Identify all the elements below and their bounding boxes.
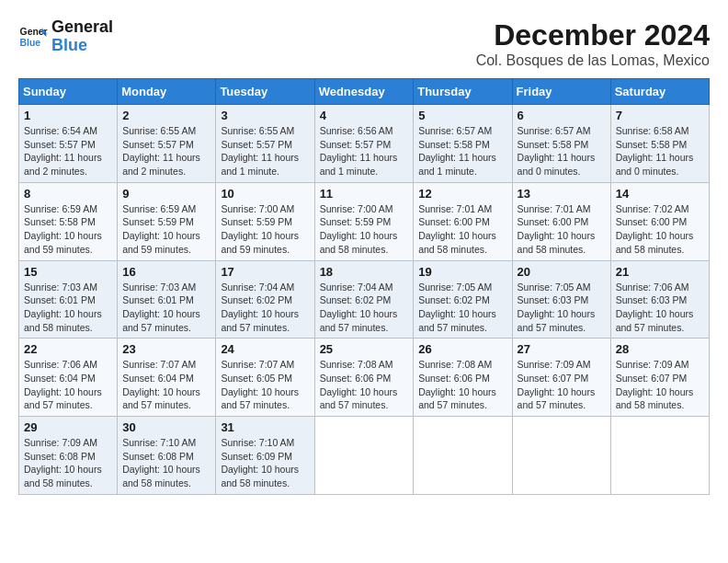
calendar-cell: 30Sunrise: 7:10 AM Sunset: 6:08 PM Dayli… [118, 417, 216, 495]
calendar-cell: 25Sunrise: 7:08 AM Sunset: 6:06 PM Dayli… [314, 339, 414, 417]
day-number: 9 [122, 187, 210, 201]
day-info: Sunrise: 7:03 AM Sunset: 6:01 PM Dayligh… [122, 281, 210, 335]
calendar-cell: 15Sunrise: 7:03 AM Sunset: 6:01 PM Dayli… [19, 260, 118, 339]
day-number: 18 [320, 265, 409, 279]
day-info: Sunrise: 6:55 AM Sunset: 5:57 PM Dayligh… [122, 124, 210, 178]
col-wednesday: Wednesday [314, 79, 414, 105]
day-info: Sunrise: 7:05 AM Sunset: 6:03 PM Dayligh… [518, 281, 606, 335]
day-number: 24 [221, 342, 309, 356]
day-info: Sunrise: 7:06 AM Sunset: 6:03 PM Dayligh… [616, 281, 704, 335]
calendar-cell: 23Sunrise: 7:07 AM Sunset: 6:04 PM Dayli… [118, 339, 216, 417]
calendar-cell: 12Sunrise: 7:01 AM Sunset: 6:00 PM Dayli… [414, 182, 512, 260]
day-info: Sunrise: 6:56 AM Sunset: 5:57 PM Dayligh… [320, 124, 409, 178]
day-number: 31 [221, 420, 309, 434]
day-info: Sunrise: 7:00 AM Sunset: 5:59 PM Dayligh… [320, 202, 409, 257]
calendar-week-4: 22Sunrise: 7:06 AM Sunset: 6:04 PM Dayli… [19, 339, 710, 417]
day-number: 1 [24, 109, 112, 122]
day-number: 4 [320, 109, 409, 122]
col-friday: Friday [512, 79, 610, 105]
day-info: Sunrise: 7:07 AM Sunset: 6:05 PM Dayligh… [221, 358, 309, 412]
logo: General Blue General Blue [18, 18, 113, 55]
calendar-cell [314, 417, 414, 495]
day-number: 13 [518, 187, 606, 201]
day-number: 17 [221, 265, 309, 279]
calendar-cell: 29Sunrise: 7:09 AM Sunset: 6:08 PM Dayli… [19, 417, 118, 495]
calendar-cell: 11Sunrise: 7:00 AM Sunset: 5:59 PM Dayli… [314, 182, 414, 260]
day-info: Sunrise: 7:06 AM Sunset: 6:04 PM Dayligh… [24, 358, 112, 412]
day-number: 28 [616, 342, 704, 356]
calendar-cell: 22Sunrise: 7:06 AM Sunset: 6:04 PM Dayli… [19, 339, 118, 417]
day-number: 5 [418, 109, 506, 122]
day-number: 30 [122, 420, 210, 434]
col-tuesday: Tuesday [216, 79, 314, 105]
day-info: Sunrise: 7:01 AM Sunset: 6:00 PM Dayligh… [518, 202, 606, 257]
day-info: Sunrise: 7:08 AM Sunset: 6:06 PM Dayligh… [418, 358, 506, 412]
col-saturday: Saturday [610, 79, 709, 105]
calendar-cell: 28Sunrise: 7:09 AM Sunset: 6:07 PM Dayli… [610, 339, 709, 417]
day-number: 27 [518, 342, 606, 356]
day-info: Sunrise: 7:07 AM Sunset: 6:04 PM Dayligh… [122, 358, 210, 412]
day-info: Sunrise: 6:59 AM Sunset: 5:59 PM Dayligh… [122, 202, 210, 257]
day-number: 19 [418, 265, 506, 279]
day-number: 16 [122, 265, 210, 279]
day-info: Sunrise: 6:57 AM Sunset: 5:58 PM Dayligh… [418, 124, 506, 178]
calendar-cell: 24Sunrise: 7:07 AM Sunset: 6:05 PM Dayli… [216, 339, 314, 417]
header-row: Sunday Monday Tuesday Wednesday Thursday… [19, 79, 710, 105]
calendar-cell [414, 417, 512, 495]
day-number: 2 [122, 109, 210, 122]
calendar-cell: 1Sunrise: 6:54 AM Sunset: 5:57 PM Daylig… [19, 105, 118, 183]
day-number: 14 [616, 187, 704, 201]
day-info: Sunrise: 7:04 AM Sunset: 6:02 PM Dayligh… [221, 281, 309, 335]
day-number: 3 [221, 109, 309, 122]
title-area: December 2024 Col. Bosques de las Lomas,… [476, 18, 710, 69]
calendar-cell: 13Sunrise: 7:01 AM Sunset: 6:00 PM Dayli… [512, 182, 610, 260]
calendar-cell: 31Sunrise: 7:10 AM Sunset: 6:09 PM Dayli… [216, 417, 314, 495]
logo-icon: General Blue [18, 22, 48, 52]
day-info: Sunrise: 7:10 AM Sunset: 6:09 PM Dayligh… [221, 436, 309, 490]
calendar-cell: 4Sunrise: 6:56 AM Sunset: 5:57 PM Daylig… [314, 105, 414, 183]
location-title: Col. Bosques de las Lomas, Mexico [476, 52, 710, 69]
day-number: 10 [221, 187, 309, 201]
day-info: Sunrise: 7:09 AM Sunset: 6:07 PM Dayligh… [518, 358, 606, 412]
day-info: Sunrise: 7:00 AM Sunset: 5:59 PM Dayligh… [221, 202, 309, 257]
day-info: Sunrise: 7:10 AM Sunset: 6:08 PM Dayligh… [122, 436, 210, 490]
calendar-cell: 19Sunrise: 7:05 AM Sunset: 6:02 PM Dayli… [414, 260, 512, 339]
day-info: Sunrise: 7:09 AM Sunset: 6:08 PM Dayligh… [24, 436, 112, 490]
calendar-cell: 9Sunrise: 6:59 AM Sunset: 5:59 PM Daylig… [118, 182, 216, 260]
calendar-cell: 2Sunrise: 6:55 AM Sunset: 5:57 PM Daylig… [118, 105, 216, 183]
calendar-cell: 14Sunrise: 7:02 AM Sunset: 6:00 PM Dayli… [610, 182, 709, 260]
day-info: Sunrise: 6:59 AM Sunset: 5:58 PM Dayligh… [24, 202, 112, 257]
day-info: Sunrise: 7:08 AM Sunset: 6:06 PM Dayligh… [320, 358, 409, 412]
day-info: Sunrise: 6:57 AM Sunset: 5:58 PM Dayligh… [518, 124, 606, 178]
calendar-cell: 3Sunrise: 6:55 AM Sunset: 5:57 PM Daylig… [216, 105, 314, 183]
day-info: Sunrise: 6:58 AM Sunset: 5:58 PM Dayligh… [616, 124, 704, 178]
calendar-week-1: 1Sunrise: 6:54 AM Sunset: 5:57 PM Daylig… [19, 105, 710, 183]
day-number: 12 [418, 187, 506, 201]
calendar-cell: 16Sunrise: 7:03 AM Sunset: 6:01 PM Dayli… [118, 260, 216, 339]
calendar-cell: 5Sunrise: 6:57 AM Sunset: 5:58 PM Daylig… [414, 105, 512, 183]
day-number: 22 [24, 342, 112, 356]
day-number: 20 [518, 265, 606, 279]
day-number: 23 [122, 342, 210, 356]
calendar-cell: 6Sunrise: 6:57 AM Sunset: 5:58 PM Daylig… [512, 105, 610, 183]
calendar-week-2: 8Sunrise: 6:59 AM Sunset: 5:58 PM Daylig… [19, 182, 710, 260]
day-number: 8 [24, 187, 112, 201]
day-number: 21 [616, 265, 704, 279]
day-info: Sunrise: 6:55 AM Sunset: 5:57 PM Dayligh… [221, 124, 309, 178]
day-number: 6 [518, 109, 606, 122]
svg-text:Blue: Blue [20, 37, 41, 47]
calendar-cell: 18Sunrise: 7:04 AM Sunset: 6:02 PM Dayli… [314, 260, 414, 339]
calendar-week-5: 29Sunrise: 7:09 AM Sunset: 6:08 PM Dayli… [19, 417, 710, 495]
day-info: Sunrise: 7:05 AM Sunset: 6:02 PM Dayligh… [418, 281, 506, 335]
calendar-cell [610, 417, 709, 495]
day-number: 11 [320, 187, 409, 201]
calendar-cell: 10Sunrise: 7:00 AM Sunset: 5:59 PM Dayli… [216, 182, 314, 260]
calendar-cell: 8Sunrise: 6:59 AM Sunset: 5:58 PM Daylig… [19, 182, 118, 260]
day-info: Sunrise: 7:01 AM Sunset: 6:00 PM Dayligh… [418, 202, 506, 257]
logo-text: General Blue [51, 18, 113, 55]
calendar: Sunday Monday Tuesday Wednesday Thursday… [18, 78, 710, 495]
day-number: 15 [24, 265, 112, 279]
calendar-cell: 27Sunrise: 7:09 AM Sunset: 6:07 PM Dayli… [512, 339, 610, 417]
calendar-cell: 21Sunrise: 7:06 AM Sunset: 6:03 PM Dayli… [610, 260, 709, 339]
calendar-week-3: 15Sunrise: 7:03 AM Sunset: 6:01 PM Dayli… [19, 260, 710, 339]
